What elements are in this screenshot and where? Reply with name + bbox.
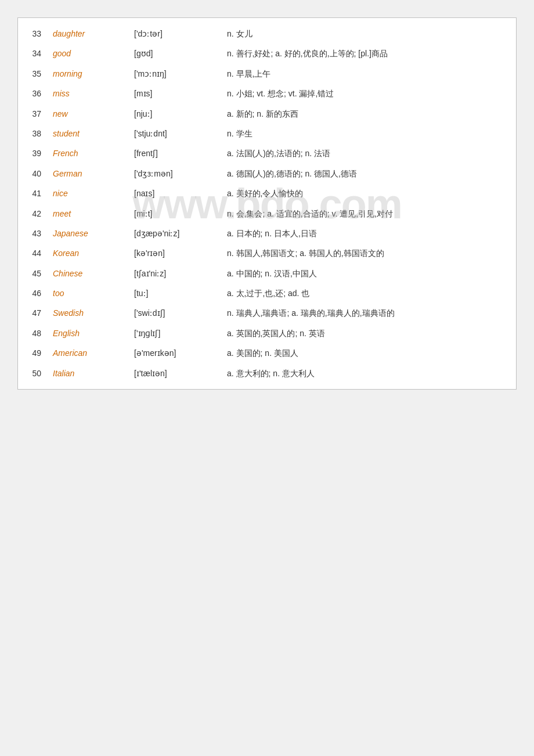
row-phonetic: [mɪs] xyxy=(128,84,221,103)
row-number: 42 xyxy=(18,204,47,224)
row-phonetic: [naɪs] xyxy=(128,183,221,203)
row-definition: a. 美国的; n. 美国人 xyxy=(221,343,516,363)
row-word: American xyxy=(47,343,128,363)
row-number: 43 xyxy=(18,224,47,243)
row-definition: a. 英国的,英国人的; n. 英语 xyxy=(221,323,516,343)
row-number: 41 xyxy=(18,183,47,203)
table-row: 38student['stjuːdnt]n. 学生 xyxy=(18,124,516,143)
row-word: good xyxy=(47,44,128,63)
row-word: daughter xyxy=(47,24,128,44)
row-definition: n. 韩国人,韩国语文; a. 韩国人的,韩国语文的 xyxy=(221,243,516,263)
row-word: too xyxy=(47,283,128,303)
table-row: 48English['ɪŋɡlɪʃ]a. 英国的,英国人的; n. 英语 xyxy=(18,323,516,343)
row-word: French xyxy=(47,143,128,163)
row-phonetic: [gʊd] xyxy=(128,44,221,63)
row-phonetic: [miːt] xyxy=(128,204,221,224)
row-phonetic: [ɪ'tælɪən] xyxy=(128,363,221,383)
row-phonetic: [tʃaɪ'niːz] xyxy=(128,264,221,283)
row-number: 50 xyxy=(18,363,47,383)
row-definition: a. 法国(人)的,法语的; n. 法语 xyxy=(221,143,516,163)
row-word: miss xyxy=(47,84,128,103)
table-row: 47Swedish['swiːdɪʃ]n. 瑞典人,瑞典语; a. 瑞典的,瑞典… xyxy=(18,303,516,323)
row-number: 36 xyxy=(18,84,47,103)
row-definition: n. 早晨,上午 xyxy=(221,64,516,84)
row-number: 48 xyxy=(18,323,47,343)
row-word: Swedish xyxy=(47,303,128,323)
row-word: morning xyxy=(47,64,128,84)
row-definition: n. 瑞典人,瑞典语; a. 瑞典的,瑞典人的,瑞典语的 xyxy=(221,303,516,323)
row-phonetic: ['dʒɜːmən] xyxy=(128,164,221,183)
row-phonetic: ['stjuːdnt] xyxy=(128,124,221,143)
row-definition: n. 女儿 xyxy=(221,24,516,44)
row-number: 34 xyxy=(18,44,47,63)
row-number: 35 xyxy=(18,64,47,84)
row-word: English xyxy=(47,323,128,343)
table-row: 44Korean[kə'rɪən]n. 韩国人,韩国语文; a. 韩国人的,韩国… xyxy=(18,243,516,263)
table-row: 34good[gʊd]n. 善行,好处; a. 好的,优良的,上等的; [pl.… xyxy=(18,44,516,63)
table-row: 43Japanese[dʒæpə'niːz]a. 日本的; n. 日本人,日语 xyxy=(18,224,516,243)
row-number: 37 xyxy=(18,104,47,124)
row-number: 45 xyxy=(18,264,47,283)
row-phonetic: ['dɔːtər] xyxy=(128,24,221,44)
row-word: German xyxy=(47,164,128,183)
row-word: Italian xyxy=(47,363,128,383)
table-row: 36miss[mɪs]n. 小姐; vt. 想念; vt. 漏掉,错过 xyxy=(18,84,516,103)
row-definition: a. 意大利的; n. 意大利人 xyxy=(221,363,516,383)
row-phonetic: ['ɪŋɡlɪʃ] xyxy=(128,323,221,343)
row-word: student xyxy=(47,124,128,143)
table-row: 40German['dʒɜːmən]a. 德国(人)的,德语的; n. 德国人,… xyxy=(18,164,516,183)
row-definition: a. 美好的,令人愉快的 xyxy=(221,183,516,203)
row-phonetic: ['mɔːnɪŋ] xyxy=(128,64,221,84)
row-definition: n. 善行,好处; a. 好的,优良的,上等的; [pl.]商品 xyxy=(221,44,516,63)
row-word: meet xyxy=(47,204,128,224)
row-phonetic: [tuː] xyxy=(128,283,221,303)
row-number: 46 xyxy=(18,283,47,303)
row-number: 38 xyxy=(18,124,47,143)
row-word: new xyxy=(47,104,128,124)
row-definition: a. 太,过于,也,还; ad. 也 xyxy=(221,283,516,303)
table-row: 49American[ə'merɪkən]a. 美国的; n. 美国人 xyxy=(18,343,516,363)
row-word: Korean xyxy=(47,243,128,263)
row-definition: a. 日本的; n. 日本人,日语 xyxy=(221,224,516,243)
row-definition: a. 中国的; n. 汉语,中国人 xyxy=(221,264,516,283)
row-word: Chinese xyxy=(47,264,128,283)
row-phonetic: [dʒæpə'niːz] xyxy=(128,224,221,243)
table-row: 37new[njuː]a. 新的; n. 新的东西 xyxy=(18,104,516,124)
table-row: 46too[tuː]a. 太,过于,也,还; ad. 也 xyxy=(18,283,516,303)
row-definition: a. 新的; n. 新的东西 xyxy=(221,104,516,124)
row-number: 47 xyxy=(18,303,47,323)
row-number: 39 xyxy=(18,143,47,163)
row-definition: a. 德国(人)的,德语的; n. 德国人,德语 xyxy=(221,164,516,183)
table-row: 45Chinese[tʃaɪ'niːz]a. 中国的; n. 汉语,中国人 xyxy=(18,264,516,283)
row-number: 40 xyxy=(18,164,47,183)
row-number: 44 xyxy=(18,243,47,263)
row-phonetic: [njuː] xyxy=(128,104,221,124)
row-word: Japanese xyxy=(47,224,128,243)
row-word: nice xyxy=(47,183,128,203)
row-definition: n. 会,集会; a. 适宜的,合适的; v. 遭见,引见,对付 xyxy=(221,204,516,224)
row-definition: n. 小姐; vt. 想念; vt. 漏掉,错过 xyxy=(221,84,516,103)
row-phonetic: ['swiːdɪʃ] xyxy=(128,303,221,323)
table-row: 35morning['mɔːnɪŋ]n. 早晨,上午 xyxy=(18,64,516,84)
table-row: 42meet[miːt]n. 会,集会; a. 适宜的,合适的; v. 遭见,引… xyxy=(18,204,516,224)
table-row: 50Italian[ɪ'tælɪən]a. 意大利的; n. 意大利人 xyxy=(18,363,516,383)
row-number: 49 xyxy=(18,343,47,363)
table-row: 41nice[naɪs]a. 美好的,令人愉快的 xyxy=(18,183,516,203)
table-row: 39French[frentʃ]a. 法国(人)的,法语的; n. 法语 xyxy=(18,143,516,163)
row-definition: n. 学生 xyxy=(221,124,516,143)
row-phonetic: [frentʃ] xyxy=(128,143,221,163)
row-phonetic: [ə'merɪkən] xyxy=(128,343,221,363)
main-container: 33daughter['dɔːtər]n. 女儿34good[gʊd]n. 善行… xyxy=(17,17,517,390)
table-row: 33daughter['dɔːtər]n. 女儿 xyxy=(18,24,516,44)
vocab-table: 33daughter['dɔːtər]n. 女儿34good[gʊd]n. 善行… xyxy=(18,24,516,383)
row-phonetic: [kə'rɪən] xyxy=(128,243,221,263)
row-number: 33 xyxy=(18,24,47,44)
content-area: 33daughter['dɔːtər]n. 女儿34good[gʊd]n. 善行… xyxy=(18,24,516,383)
